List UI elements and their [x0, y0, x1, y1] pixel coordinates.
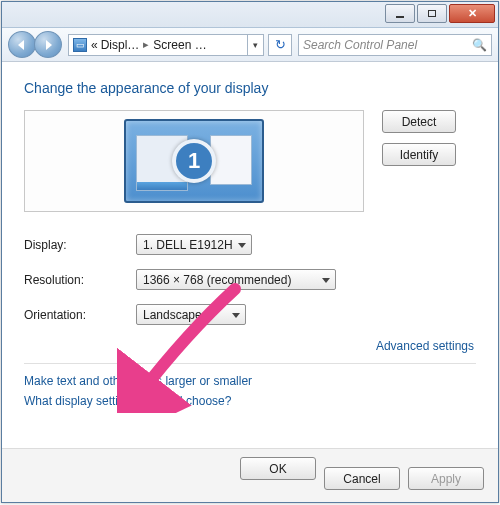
ok-button[interactable]: OK [240, 457, 316, 480]
detect-button[interactable]: Detect [382, 110, 456, 133]
row-orientation: Orientation: Landscape [24, 304, 476, 325]
advanced-settings-link[interactable]: Advanced settings [24, 339, 474, 353]
orientation-label: Orientation: [24, 308, 136, 322]
display-label: Display: [24, 238, 136, 252]
display-preview-row: 1 Detect Identify [24, 110, 476, 212]
titlebar: ✕ [2, 2, 498, 28]
display-value: 1. DELL E1912H [143, 238, 233, 252]
refresh-button[interactable]: ↻ [268, 34, 292, 56]
search-placeholder: Search Control Panel [303, 38, 472, 52]
text-size-link[interactable]: Make text and other items larger or smal… [24, 374, 476, 388]
preview-side-buttons: Detect Identify [382, 110, 456, 166]
orientation-value: Landscape [143, 308, 202, 322]
breadcrumb-seg1: Displ… [101, 38, 140, 52]
breadcrumb-prefix: « [91, 38, 98, 52]
refresh-icon: ↻ [275, 37, 286, 52]
nav-forward-button[interactable] [34, 31, 62, 58]
resolution-value: 1366 × 768 (recommended) [143, 273, 291, 287]
control-panel-icon: ▭ [73, 38, 87, 52]
row-resolution: Resolution: 1366 × 768 (recommended) [24, 269, 476, 290]
row-display: Display: 1. DELL E1912H [24, 234, 476, 255]
content-area: Change the appearance of your display 1 … [2, 62, 498, 502]
toolbar: ▭ « Displ… ▸ Screen … ▾ ↻ Search Control… [2, 28, 498, 62]
chevron-down-icon: ▾ [253, 40, 258, 50]
breadcrumb-seg2: Screen … [153, 38, 206, 52]
control-panel-window: ✕ ▭ « Displ… ▸ Screen … ▾ ↻ Search Contr… [1, 1, 499, 503]
apply-button[interactable]: Apply [408, 467, 484, 490]
separator [24, 363, 476, 364]
display-settings: Display: 1. DELL E1912H Resolution: 1366… [24, 234, 476, 325]
maximize-icon [428, 10, 436, 17]
monitor-thumbnail[interactable]: 1 [124, 119, 264, 203]
page-heading: Change the appearance of your display [24, 80, 476, 96]
display-preview-box[interactable]: 1 [24, 110, 364, 212]
search-input[interactable]: Search Control Panel 🔍 [298, 34, 492, 56]
display-combo[interactable]: 1. DELL E1912H [136, 234, 252, 255]
help-link[interactable]: What display settings should I choose? [24, 394, 476, 408]
breadcrumb-chevron-icon: ▸ [143, 38, 149, 51]
close-icon: ✕ [468, 8, 477, 19]
maximize-button[interactable] [417, 4, 447, 23]
dialog-footer: OK Cancel Apply [2, 448, 498, 502]
monitor-window-right [210, 135, 252, 185]
minimize-button[interactable] [385, 4, 415, 23]
resolution-combo[interactable]: 1366 × 768 (recommended) [136, 269, 336, 290]
search-icon: 🔍 [472, 38, 487, 52]
orientation-combo[interactable]: Landscape [136, 304, 246, 325]
breadcrumb[interactable]: ▭ « Displ… ▸ Screen … [68, 34, 248, 56]
breadcrumb-dropdown[interactable]: ▾ [248, 34, 264, 56]
nav-back-button[interactable] [8, 31, 36, 58]
monitor-number-badge: 1 [172, 139, 216, 183]
identify-button[interactable]: Identify [382, 143, 456, 166]
cancel-button[interactable]: Cancel [324, 467, 400, 490]
minimize-icon [396, 16, 404, 18]
resolution-label: Resolution: [24, 273, 136, 287]
close-button[interactable]: ✕ [449, 4, 495, 23]
